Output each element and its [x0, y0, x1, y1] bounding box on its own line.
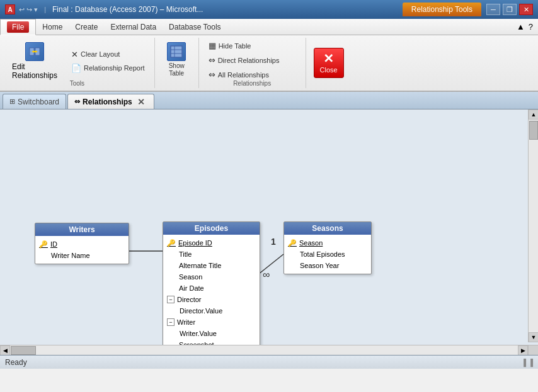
menu-file[interactable]: File: [0, 19, 36, 35]
edit-relationships-label: EditRelationships: [12, 62, 57, 80]
edit-relationships-icon: [25, 42, 44, 61]
menu-external-data[interactable]: External Data: [104, 19, 163, 35]
status-bar: Ready ▐ ▐: [0, 355, 538, 369]
table-writers: Writers 🔑 ID Writer Name: [35, 223, 129, 264]
switchboard-tab-label: Switchboard: [18, 98, 59, 106]
clear-layout-icon: ✕: [71, 50, 78, 59]
close-icon: ✕: [323, 52, 334, 65]
field-episodes-writer-value: Writer.Value: [163, 328, 260, 339]
show-table-icon: [167, 42, 186, 61]
scroll-thumb-v[interactable]: [529, 121, 538, 140]
ribbon-context-tab[interactable]: Relationship Tools: [403, 3, 481, 16]
relationships-tab-icon: ⇔: [74, 98, 80, 106]
show-table-button[interactable]: ShowTable: [163, 39, 191, 81]
field-episodes-season-label: Season: [179, 273, 202, 281]
table-seasons-header[interactable]: Seasons: [284, 222, 371, 235]
hide-table-label: Hide Table: [219, 42, 251, 50]
svg-text:1: 1: [271, 237, 276, 247]
close-window-button[interactable]: ✕: [519, 4, 533, 15]
menu-create[interactable]: Create: [69, 19, 104, 35]
hide-table-icon: ▦: [209, 41, 216, 50]
field-episodes-title: Title: [163, 249, 260, 260]
ribbon: EditRelationships ✕ Clear Layout 📄 Relat…: [0, 35, 538, 92]
clear-layout-label: Clear Layout: [81, 50, 120, 58]
field-episodes-writer: − Writer: [163, 316, 260, 328]
tools-small-stack: ✕ Clear Layout 📄 Relationship Report: [67, 48, 149, 75]
field-writers-id-label: ID: [50, 240, 57, 248]
key-icon-writers-id: 🔑: [39, 240, 48, 249]
horizontal-scrollbar[interactable]: ◀ ▶: [0, 345, 528, 355]
expand-writer-button[interactable]: −: [167, 318, 175, 326]
scroll-left-button[interactable]: ◀: [0, 345, 10, 355]
all-relationships-button[interactable]: ⇔ All Relationships: [204, 68, 300, 81]
svg-text:∞: ∞: [263, 269, 270, 280]
field-seasons-year-label: Season Year: [300, 262, 339, 269]
window-controls: ─ ❐ ✕: [486, 4, 533, 15]
key-icon-seasons-season: 🔑: [288, 239, 297, 247]
tab-relationships[interactable]: ⇔ Relationships ✕: [67, 94, 154, 109]
relationship-report-icon: 📄: [71, 64, 81, 73]
close-label: Close: [320, 66, 338, 74]
field-seasons-total: Total Episodes: [284, 249, 371, 260]
direct-relationships-button[interactable]: ⇔ Direct Relationships: [204, 53, 300, 67]
relationships-group-label: Relationships: [199, 80, 306, 87]
relationships-tab-label: Relationships: [83, 98, 132, 106]
tools-row: EditRelationships ✕ Clear Layout 📄 Relat…: [5, 39, 149, 83]
menu-database-tools[interactable]: Database Tools: [163, 19, 227, 35]
relationship-report-label: Relationship Report: [84, 64, 145, 72]
clear-layout-button[interactable]: ✕ Clear Layout: [67, 48, 149, 61]
field-episodes-id-label: Episode ID: [178, 239, 212, 247]
close-button[interactable]: ✕ Close: [314, 48, 344, 78]
all-relationships-label: All Relationships: [218, 71, 269, 79]
title-bar: A ↩ ↪ ▾ | Final : Database (Access 2007)…: [0, 0, 538, 19]
scroll-right-button[interactable]: ▶: [518, 345, 528, 355]
field-episodes-id: 🔑 Episode ID: [163, 237, 260, 249]
ribbon-group-tools: EditRelationships ✕ Clear Layout 📄 Relat…: [0, 38, 155, 88]
scroll-track-h[interactable]: [10, 345, 518, 355]
edit-relationships-button[interactable]: EditRelationships: [5, 39, 64, 83]
tools-group-label: Tools: [0, 80, 154, 87]
table-seasons: Seasons 🔑 Season Total Episodes Season Y…: [283, 221, 372, 274]
restore-button[interactable]: ❐: [503, 4, 517, 15]
relationship-report-button[interactable]: 📄 Relationship Report: [67, 62, 149, 75]
scroll-down-button[interactable]: ▼: [529, 332, 538, 342]
show-table-label: ShowTable: [169, 62, 185, 77]
help-button[interactable]: ?: [529, 22, 533, 31]
field-writers-name-label: Writer Name: [51, 252, 90, 259]
key-icon-episodes-id: 🔑: [167, 239, 176, 247]
menu-right-controls: ▲ ?: [517, 19, 538, 35]
field-episodes-director-label: Director: [177, 296, 202, 303]
expand-director-button[interactable]: −: [167, 296, 175, 303]
window-title: Final : Database (Access 2007) – Microso…: [52, 5, 203, 14]
help-collapse-icon[interactable]: ▲: [517, 22, 525, 31]
table-episodes-header[interactable]: Episodes: [163, 222, 260, 235]
table-writers-header[interactable]: Writers: [35, 223, 129, 236]
field-writers-name: Writer Name: [35, 250, 129, 261]
direct-relationships-icon: ⇔: [209, 55, 215, 65]
field-episodes-writer-label: Writer: [177, 318, 195, 326]
vertical-scrollbar[interactable]: ▲ ▼: [528, 109, 538, 342]
hide-table-button[interactable]: ▦ Hide Table: [204, 39, 300, 52]
field-seasons-total-label: Total Episodes: [300, 250, 345, 258]
scroll-up-button[interactable]: ▲: [529, 109, 538, 120]
relationships-tab-close[interactable]: ✕: [135, 94, 147, 109]
minimize-button[interactable]: ─: [486, 4, 500, 15]
field-episodes-writer-value-label: Writer.Value: [180, 330, 217, 337]
ribbon-group-show-table: ShowTable: [155, 38, 199, 88]
scroll-thumb-h[interactable]: [11, 346, 36, 355]
tab-bar: ⊞ Switchboard ⇔ Relationships ✕: [0, 92, 538, 109]
show-table-row: ShowTable: [163, 39, 191, 81]
canvas-area: 1 ∞ Writers 🔑 ID Writer Name Episodes 🔑 …: [0, 109, 538, 355]
scroll-corner: [528, 345, 538, 355]
scroll-track-v[interactable]: [529, 120, 538, 332]
title-bar-left: A ↩ ↪ ▾ | Final : Database (Access 2007)…: [5, 4, 203, 14]
menu-home[interactable]: Home: [36, 19, 69, 35]
status-text: Ready: [5, 358, 27, 367]
field-episodes-airdate-label: Air Date: [179, 284, 204, 292]
svg-line-10: [258, 254, 283, 274]
field-seasons-season: 🔑 Season: [284, 237, 371, 249]
field-episodes-alt-title: Alternate Title: [163, 260, 260, 271]
direct-relationships-label: Direct Relationships: [218, 57, 280, 64]
tab-switchboard[interactable]: ⊞ Switchboard: [3, 94, 66, 109]
all-relationships-icon: ⇔: [209, 70, 215, 79]
